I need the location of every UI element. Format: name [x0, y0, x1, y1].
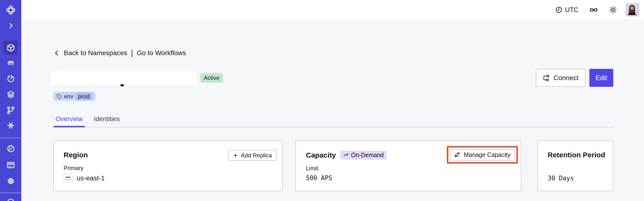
- chevron-left-icon[interactable]: [54, 50, 60, 56]
- on-demand-label: On-Demand: [351, 152, 384, 158]
- asterisk-icon: [6, 121, 15, 130]
- topbar: UTC: [21, 0, 644, 20]
- region-card: Region Add Replica Primary aws: [54, 140, 283, 191]
- sidebar-item-connections[interactable]: [0, 106, 21, 115]
- manage-capacity-highlight-box: Manage Capacity: [447, 146, 518, 164]
- namespace-detail-page: Back to Namespaces | Go to Workflows Act…: [21, 21, 644, 201]
- summary-cards: Region Add Replica Primary aws: [54, 140, 613, 191]
- gauge-icon: [6, 144, 15, 153]
- theme-toggle-button[interactable]: [609, 6, 617, 14]
- back-to-namespaces-link[interactable]: Back to Namespaces: [64, 49, 127, 57]
- breadcrumb: Back to Namespaces | Go to Workflows: [54, 49, 613, 57]
- aws-logo-icon: aws: [64, 174, 72, 182]
- primary-label: Primary: [64, 164, 276, 172]
- on-demand-badge: On-Demand: [340, 151, 387, 160]
- status-badge: Active: [200, 73, 223, 83]
- sidebar-item-account[interactable]: [0, 198, 21, 201]
- sidebar-item-billing[interactable]: [0, 161, 21, 169]
- plus-icon: [232, 152, 238, 158]
- limit-label: Limit: [306, 165, 518, 172]
- connect-button-label: Connect: [554, 74, 578, 82]
- account-circle-icon: [6, 198, 15, 201]
- add-replica-label: Add Replica: [241, 152, 272, 159]
- sidebar-item-nexus[interactable]: [0, 121, 21, 130]
- git-fork-icon: [6, 106, 15, 115]
- namespace-title-group: Active: [54, 71, 223, 85]
- avatar-image: [626, 4, 638, 15]
- redaction-artifact: [120, 84, 124, 86]
- tag-row: env prod: [54, 92, 613, 101]
- sun-icon: [609, 6, 617, 14]
- sidebar-item-settings[interactable]: [0, 177, 21, 186]
- user-avatar[interactable]: [626, 3, 639, 16]
- namespace-actions: Connect Edit: [536, 69, 613, 87]
- retention-card-title: Retention Period: [548, 151, 608, 159]
- namespace-header-row: Active Connect E: [54, 69, 613, 87]
- tab-identities[interactable]: Identities: [92, 115, 122, 127]
- temporal-cloud-app: UTC: [0, 0, 644, 201]
- tab-bar: Overview Identities: [54, 115, 613, 127]
- sidebar-item-deployments[interactable]: [0, 90, 21, 99]
- sidebar: [0, 0, 21, 201]
- sidebar-divider: [0, 192, 21, 193]
- gear-icon: [6, 177, 15, 186]
- edit-button[interactable]: Edit: [589, 69, 613, 87]
- trending-up-icon: [343, 152, 349, 158]
- aws-provider-chip: aws: [64, 174, 73, 183]
- manage-capacity-label: Manage Capacity: [464, 151, 510, 158]
- tag-value: prod: [76, 92, 92, 100]
- cube-icon: [6, 43, 15, 52]
- breadcrumb-separator: |: [131, 49, 133, 57]
- chevron-right-icon: [7, 22, 15, 30]
- retention-value: 30 Days: [548, 174, 608, 182]
- go-to-workflows-link[interactable]: Go to Workflows: [137, 49, 186, 57]
- workflow-spiral-icon: [6, 59, 15, 68]
- timezone-label: UTC: [565, 6, 578, 14]
- timezone-selector[interactable]: UTC: [555, 6, 578, 14]
- namespace-tag: env prod: [54, 92, 95, 101]
- redacted-namespace-name: [52, 71, 197, 85]
- capacity-card: Capacity On-Demand: [296, 140, 521, 191]
- retention-card: Retention Period 30 Days: [538, 140, 613, 191]
- region-value-row: aws us-east-1: [64, 174, 276, 183]
- tab-overview[interactable]: Overview: [54, 115, 85, 127]
- layers-icon: [6, 90, 15, 99]
- region-value: us-east-1: [77, 174, 105, 182]
- credit-card-icon: [6, 161, 15, 169]
- sidebar-item-workflows[interactable]: [0, 59, 21, 68]
- temporal-logo-icon: [6, 5, 16, 15]
- clock-icon: [555, 6, 562, 14]
- manage-capacity-button[interactable]: Manage Capacity: [450, 149, 515, 160]
- edit-button-label: Edit: [596, 74, 607, 82]
- connect-flow-icon: [543, 74, 550, 82]
- tag-icon: [56, 94, 62, 99]
- tag-key: env: [64, 93, 73, 100]
- sidebar-item-schedules[interactable]: [0, 74, 21, 83]
- glasses-icon: [589, 6, 598, 14]
- labs-toggle-button[interactable]: [589, 6, 598, 14]
- sidebar-item-home[interactable]: [0, 5, 21, 15]
- timer-icon: [6, 74, 15, 83]
- sidebar-item-namespaces[interactable]: [3, 41, 18, 55]
- sidebar-item-usage[interactable]: [0, 144, 21, 153]
- sliders-icon: [454, 152, 460, 158]
- add-replica-button[interactable]: Add Replica: [228, 150, 276, 161]
- capacity-value: 500 APS: [306, 174, 518, 182]
- connect-button[interactable]: Connect: [536, 69, 586, 87]
- sidebar-divider: [0, 138, 21, 138]
- sidebar-expand-button[interactable]: [0, 22, 21, 30]
- aws-logo-text: aws: [66, 176, 71, 178]
- capacity-card-title: Capacity: [306, 151, 336, 160]
